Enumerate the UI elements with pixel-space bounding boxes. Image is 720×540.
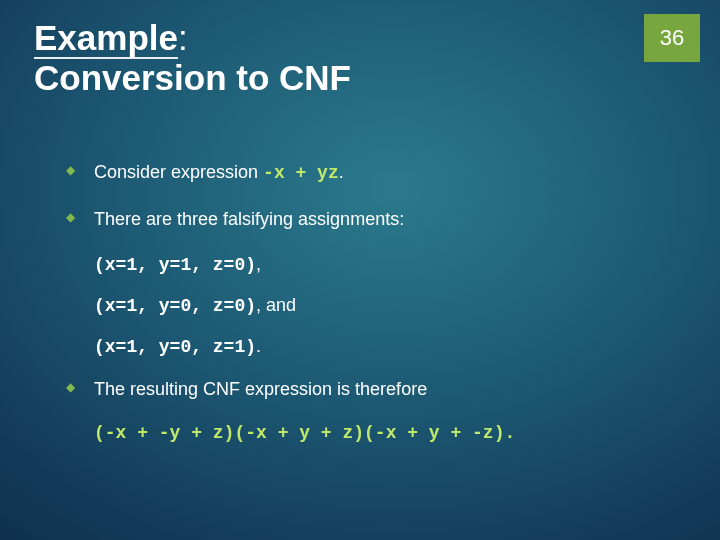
assignment-1-tail: , xyxy=(256,254,261,274)
title-line-2: Conversion to CNF xyxy=(34,58,610,98)
slide: 36 Example: Conversion to CNF Consider e… xyxy=(0,0,720,540)
title-underlined: Example xyxy=(34,18,178,59)
assignment-3-code: (x=1, y=0, z=1) xyxy=(94,337,256,357)
assignment-2-code: (x=1, y=0, z=0) xyxy=(94,296,256,316)
assignment-1: (x=1, y=1, z=0), xyxy=(66,254,660,275)
slide-title: Example: Conversion to CNF xyxy=(34,18,610,99)
title-line-1: Example: xyxy=(34,18,610,58)
page-number-badge: 36 xyxy=(644,14,700,62)
assignment-3: (x=1, y=0, z=1). xyxy=(66,336,660,357)
bullet-1-prefix: Consider expression xyxy=(94,162,263,182)
assignment-1-code: (x=1, y=1, z=0) xyxy=(94,255,256,275)
bullet-1: Consider expression -x + yz. xyxy=(66,160,660,185)
bullet-1-suffix: . xyxy=(339,162,344,182)
title-colon: : xyxy=(178,18,188,57)
assignment-3-tail: . xyxy=(256,336,261,356)
content-area: Consider expression -x + yz. There are t… xyxy=(66,160,660,443)
assignment-2: (x=1, y=0, z=0), and xyxy=(66,295,660,316)
result-expression: (-x + -y + z)(-x + y + z)(-x + y + -z). xyxy=(66,423,660,443)
bullet-1-expression: -x + yz xyxy=(263,163,339,183)
assignment-2-tail: , and xyxy=(256,295,296,315)
bullet-3: The resulting CNF expression is therefor… xyxy=(66,377,660,401)
bullet-2: There are three falsifying assignments: xyxy=(66,207,660,231)
page-number: 36 xyxy=(660,25,684,51)
